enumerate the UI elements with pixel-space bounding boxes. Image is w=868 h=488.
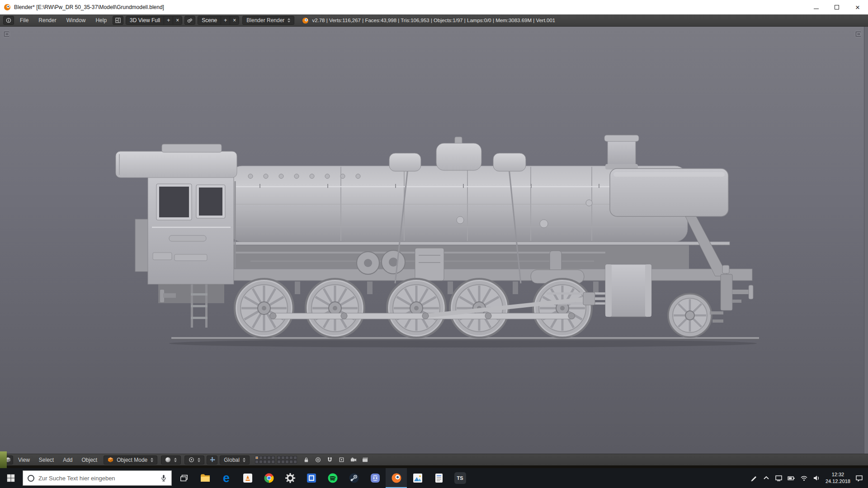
close-button[interactable]: ×	[847, 0, 868, 14]
microphone-icon[interactable]	[160, 474, 167, 482]
window-title: Blender* [E:\RW\Pw_DR 50_35-37\Modell\Gr…	[14, 4, 164, 10]
area-corner-widget-topright[interactable]	[855, 31, 862, 38]
pivot-center-dropdown[interactable]	[184, 455, 204, 465]
maximize-button[interactable]	[826, 0, 847, 14]
layer-cell[interactable]	[259, 460, 263, 464]
minimize-button[interactable]	[806, 0, 826, 14]
train-simulator-icon[interactable]: TS	[449, 468, 471, 488]
screen-layout-name[interactable]: 3D View Full	[126, 16, 164, 24]
pen-icon[interactable]	[750, 474, 758, 482]
scene-delete-button[interactable]: ×	[230, 16, 239, 24]
taskbar-search-input[interactable]: Zur Suche Text hier eingeben	[23, 470, 172, 486]
app-icon-1[interactable]	[237, 468, 258, 488]
monitor-icon[interactable]	[775, 474, 783, 482]
layer-cell[interactable]	[285, 456, 289, 460]
spotify-icon[interactable]	[322, 468, 343, 488]
settings-icon[interactable]	[279, 468, 301, 488]
layer-cell[interactable]	[285, 460, 289, 464]
layer-cell[interactable]	[255, 460, 259, 464]
scene-name[interactable]: Scene	[198, 16, 221, 24]
screen-layout-delete-button[interactable]: ×	[173, 16, 182, 24]
loco-rear	[158, 280, 224, 328]
area-corner-widget-topleft[interactable]	[3, 31, 10, 38]
photos-icon[interactable]	[407, 468, 428, 488]
layer-grid-1[interactable]	[255, 456, 275, 464]
menu-select[interactable]: Select	[35, 454, 58, 466]
chevron-updown-icon	[151, 458, 153, 462]
blender-taskbar-icon[interactable]	[386, 468, 407, 488]
3d-viewport[interactable]	[0, 27, 868, 454]
layer-cell[interactable]	[277, 460, 281, 464]
locomotive-model[interactable]	[115, 134, 775, 351]
clock-date: 24.12.2018	[826, 478, 850, 485]
edge-icon[interactable]: e	[216, 468, 237, 488]
window-controls: ×	[806, 0, 868, 14]
layer-cell[interactable]	[259, 456, 263, 460]
layer-cell[interactable]	[281, 460, 285, 464]
discord-icon[interactable]	[364, 468, 386, 488]
layer-cell[interactable]	[263, 460, 267, 464]
system-tray: 12:32 24.12.2018	[750, 468, 868, 488]
layer-cell[interactable]	[271, 460, 275, 464]
transform-orientation-dropdown[interactable]: Global	[220, 455, 250, 465]
snap-element-button[interactable]	[336, 455, 347, 465]
menu-view[interactable]: View	[14, 454, 34, 466]
notification-center-icon[interactable]	[855, 474, 863, 482]
task-view-button[interactable]	[173, 468, 194, 488]
mode-dropdown[interactable]: Object Mode	[104, 455, 157, 465]
taskbar-clock[interactable]: 12:32 24.12.2018	[826, 471, 850, 485]
render-engine-dropdown[interactable]: Blender Render	[242, 16, 294, 25]
maximize-icon	[835, 5, 839, 9]
text-editor-icon[interactable]	[428, 468, 449, 488]
menu-add[interactable]: Add	[59, 454, 76, 466]
menu-render[interactable]: Render	[34, 14, 61, 27]
scene-browse-button[interactable]	[184, 16, 195, 25]
screen-layout-browse-button[interactable]	[113, 16, 123, 25]
layer-cell[interactable]	[281, 456, 285, 460]
layer-grid-2[interactable]	[277, 456, 297, 464]
editor-type-button-info[interactable]	[3, 16, 14, 25]
lock-to-scene-button[interactable]	[301, 455, 312, 465]
menu-window[interactable]: Window	[62, 14, 90, 27]
pivot-icon	[189, 457, 194, 463]
file-explorer-icon[interactable]	[194, 468, 216, 488]
layer-cell[interactable]	[293, 460, 297, 464]
layer-cell[interactable]	[271, 456, 275, 460]
menu-object[interactable]: Object	[78, 454, 102, 466]
layer-cell[interactable]	[255, 456, 259, 460]
area-edge-right[interactable]	[864, 27, 868, 454]
blender-app-icon	[4, 4, 11, 11]
scene-selector: Scene + ×	[198, 16, 239, 25]
menu-help[interactable]: Help	[91, 14, 111, 27]
battery-icon[interactable]	[788, 474, 795, 482]
titlebar[interactable]: Blender* [E:\RW\Pw_DR 50_35-37\Modell\Gr…	[0, 0, 868, 14]
app-icon-2[interactable]	[301, 468, 322, 488]
opengl-render-anim-button[interactable]	[360, 455, 371, 465]
steam-icon[interactable]	[343, 468, 364, 488]
opengl-render-button[interactable]	[348, 455, 359, 465]
menu-file[interactable]: File	[15, 14, 33, 27]
layer-cell[interactable]	[267, 460, 271, 464]
layer-cell[interactable]	[289, 456, 293, 460]
shading-sphere-icon	[165, 457, 171, 463]
scene-add-button[interactable]: +	[221, 16, 230, 24]
layer-cell[interactable]	[267, 456, 271, 460]
chevron-up-icon[interactable]	[763, 474, 770, 482]
chevron-updown-icon	[198, 458, 200, 462]
spotify-logo-icon	[327, 473, 338, 483]
viewport-shading-dropdown[interactable]	[161, 455, 181, 465]
blender-logo-icon	[391, 473, 402, 483]
wifi-icon[interactable]	[800, 474, 808, 482]
layer-cell[interactable]	[289, 460, 293, 464]
screen-layout-add-button[interactable]: +	[164, 16, 173, 24]
start-button[interactable]	[0, 468, 21, 488]
chrome-icon[interactable]	[258, 468, 279, 488]
layer-cell[interactable]	[263, 456, 267, 460]
manipulator-toggle-button[interactable]	[207, 455, 217, 465]
volume-icon[interactable]	[813, 474, 821, 482]
snap-toggle-button[interactable]	[325, 455, 335, 465]
proportional-edit-button[interactable]	[313, 455, 324, 465]
chevron-updown-icon	[174, 458, 177, 462]
layer-cell[interactable]	[277, 456, 281, 460]
layer-cell[interactable]	[293, 456, 297, 460]
